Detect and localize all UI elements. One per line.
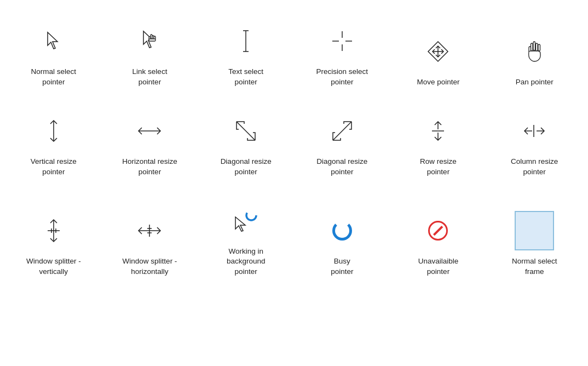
label-pan: Pan pointer <box>516 77 554 88</box>
icon-window-splitter-h <box>137 211 162 250</box>
label-horizontal-resize: Horizontal resize pointer <box>122 157 177 178</box>
cell-normal-frame: Normal select frame <box>486 191 583 291</box>
label-normal-select: Normal select pointer <box>31 67 77 88</box>
icon-working-bg <box>234 202 257 240</box>
label-window-splitter-h: Window splitter - horizontally <box>123 256 177 277</box>
unavailable-circle-icon <box>428 221 448 241</box>
icon-vertical-resize <box>46 112 61 150</box>
cell-vertical-resize: Vertical resize pointer <box>5 101 102 191</box>
cell-move: Move pointer <box>390 11 487 101</box>
cell-busy: Busy pointer <box>294 191 390 291</box>
icon-pan <box>525 32 544 71</box>
icon-precision-select <box>331 22 353 60</box>
icon-column-resize <box>523 112 545 150</box>
icon-normal-frame <box>515 211 554 250</box>
label-busy: Busy pointer <box>331 256 353 277</box>
icon-busy <box>332 211 352 250</box>
label-diagonal-resize-2: Diagonal resize pointer <box>316 157 367 178</box>
icon-window-splitter-v <box>45 211 62 250</box>
cell-row-resize: Row resize pointer <box>390 101 487 191</box>
label-precision-select: Precision select pointer <box>316 67 368 88</box>
cell-window-splitter-h: Window splitter - horizontally <box>102 191 198 291</box>
icon-link-select <box>141 22 158 60</box>
cursor-grid: Normal select pointer Link select pointe… <box>5 11 583 290</box>
cell-diagonal-resize-2: Diagonal resize pointer <box>294 101 390 191</box>
label-window-splitter-v: Window splitter - vertically <box>26 256 81 277</box>
svg-point-45 <box>246 210 256 220</box>
label-link-select: Link select pointer <box>132 67 168 88</box>
cell-link-select: Link select pointer <box>102 11 198 101</box>
label-unavailable: Unavailaible pointer <box>418 256 459 277</box>
cell-normal-select: Normal select pointer <box>5 11 102 101</box>
icon-text-select <box>241 22 251 60</box>
cell-diagonal-resize-1: Diagonal resize pointer <box>198 101 294 191</box>
cell-unavailable: Unavailaible pointer <box>390 191 487 291</box>
cell-column-resize: Column resize pointer <box>486 101 583 191</box>
icon-horizontal-resize <box>137 112 162 150</box>
label-diagonal-resize-1: Diagonal resize pointer <box>221 157 272 178</box>
label-normal-frame: Normal select frame <box>512 256 557 277</box>
icon-diagonal-resize-1 <box>235 112 256 150</box>
svg-rect-17 <box>533 42 535 50</box>
icon-row-resize <box>430 112 446 150</box>
cell-precision-select: Precision select pointer <box>294 11 390 101</box>
cell-working-bg: Working in background pointer <box>198 191 294 291</box>
svg-rect-18 <box>536 43 538 51</box>
cell-text-select: Text select pointer <box>198 11 294 101</box>
label-text-select: Text select pointer <box>228 67 263 88</box>
svg-line-24 <box>237 122 255 140</box>
normal-frame-box <box>515 211 554 250</box>
svg-rect-6 <box>149 39 155 41</box>
label-working-bg: Working in background pointer <box>227 247 266 278</box>
label-column-resize: Column resize pointer <box>511 157 558 178</box>
busy-circle-icon <box>332 221 352 241</box>
icon-move <box>427 32 449 71</box>
cell-horizontal-resize: Horizontal resize pointer <box>102 101 198 191</box>
label-move: Move pointer <box>417 77 459 88</box>
label-vertical-resize: Vertical resize pointer <box>31 157 77 178</box>
svg-marker-44 <box>235 217 245 231</box>
svg-line-25 <box>333 122 351 140</box>
svg-rect-19 <box>538 44 540 51</box>
svg-marker-0 <box>48 32 57 49</box>
cell-window-splitter-v: Window splitter - vertically <box>5 191 102 291</box>
icon-unavailable <box>428 211 448 250</box>
cell-pan: Pan pointer <box>486 11 583 101</box>
icon-diagonal-resize-2 <box>332 112 353 150</box>
label-row-resize: Row resize pointer <box>420 157 457 178</box>
icon-normal-select <box>45 22 62 60</box>
